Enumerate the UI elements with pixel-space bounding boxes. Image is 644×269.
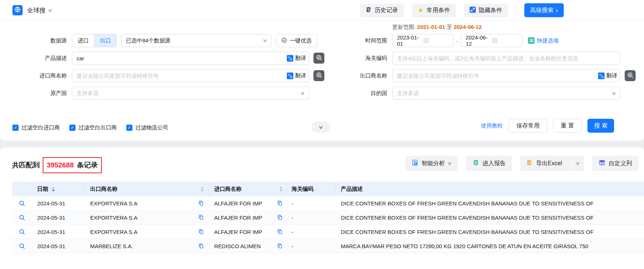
checkbox-checked-icon: ✓	[12, 125, 19, 131]
smart-analysis-button[interactable]: BI 智能分析 ∨	[405, 156, 458, 171]
column-header-label: 日期	[37, 186, 48, 193]
dest-country-select[interactable]: 支持多选 ∨	[392, 87, 620, 100]
search-exchange-icon	[627, 72, 634, 80]
column-header-date[interactable]: 日期	[32, 182, 85, 196]
update-range-end: 2024-06-12	[454, 24, 482, 30]
chevron-down-icon: ∨	[263, 38, 268, 43]
end-date-input[interactable]: 2024-06-12	[461, 34, 522, 47]
data-source-row: 数据源 进口 出口 已选中84个数据源 ∨ 一键优选	[3, 34, 317, 47]
start-date-input[interactable]: 2023-01-01	[392, 34, 454, 47]
tab-import[interactable]: 进口	[72, 34, 94, 47]
data-source-select[interactable]: 已选中84个数据源 ∨	[121, 34, 271, 47]
save-common-button[interactable]: 保存常用	[509, 119, 547, 133]
tab-export[interactable]: 出口	[94, 34, 116, 47]
row-search-button[interactable]	[19, 214, 26, 221]
exporter-input[interactable]	[392, 69, 620, 82]
quick-options-link[interactable]: ⌘ 快捷选项	[528, 37, 559, 44]
copy-icon[interactable]	[198, 229, 204, 235]
cell-date: 2024-05-31	[32, 215, 85, 221]
filter-checkboxes: ✓ 过滤空白进口商 ✓ 过滤空白出口商 ✓ 过滤物流公司	[12, 121, 168, 134]
custom-columns-button[interactable]: 自定义列	[592, 156, 639, 171]
update-range-note: 更新范围: 2021-01-01 至 2024-06-12	[392, 24, 482, 31]
exporter-label: 出口商名称	[323, 72, 387, 79]
product-desc-input[interactable]	[72, 52, 309, 65]
collapse-form-button[interactable]: ∨	[311, 122, 330, 133]
filter-label: 过滤空白出口商	[78, 124, 117, 131]
export-excel-button[interactable]: 导出Excel	[520, 156, 568, 171]
copy-icon[interactable]	[277, 243, 283, 249]
cell-product-desc: MARCA BAYMAR PESO NETO 17280,00 KG 1920 …	[336, 243, 644, 249]
copy-icon[interactable]	[198, 215, 204, 220]
star-icon: ★	[418, 7, 424, 14]
table-row: 2024-05-31 EXPORTVERA S.A ALFAJER FOR IM…	[12, 196, 644, 211]
fuzzy-search-toggle[interactable]	[625, 70, 636, 81]
copy-icon[interactable]	[277, 200, 283, 206]
enter-report-button[interactable]: 进入报告	[466, 156, 512, 171]
filter-blank-exporter-checkbox[interactable]: ✓ 过滤空白出口商	[69, 124, 117, 131]
sort-icons[interactable]	[201, 187, 204, 192]
quick-options-label: 快捷选项	[537, 37, 559, 44]
cell-importer: ALFAJER FOR IMP	[214, 215, 262, 221]
column-header-exporter[interactable]: 出口商名称	[85, 182, 209, 196]
export-excel-icon	[526, 159, 533, 167]
product-desc-row: 产品描述 中A 翻译	[3, 52, 324, 65]
cell-hs-code: -	[286, 215, 336, 221]
translate-button[interactable]: 中A 翻译	[598, 72, 617, 79]
translate-icon: 中A	[287, 55, 293, 61]
hs-code-input[interactable]	[392, 52, 620, 65]
sort-icons[interactable]	[52, 187, 55, 192]
hs-code-row: 海关编码	[323, 52, 620, 65]
product-desc-label: 产品描述	[3, 55, 67, 62]
row-search-button[interactable]	[19, 200, 26, 207]
sort-icons[interactable]	[279, 187, 282, 192]
table-header: 日期 出口商名称 进口商名称 海关编码 产品描述	[12, 182, 644, 196]
column-header-importer[interactable]: 进口商名称	[209, 182, 286, 196]
svg-text:BI: BI	[415, 163, 417, 165]
header-divider	[516, 5, 516, 15]
table-row: 2024-05-31 MARBELIZE S.A. REDISCO ALIMEN…	[12, 239, 644, 253]
copy-icon[interactable]	[277, 229, 283, 235]
export-excel-label: 导出Excel	[536, 160, 562, 167]
tutorial-link[interactable]: 使用教程	[481, 122, 503, 129]
cell-importer: ALFAJER FOR IMP	[214, 229, 262, 235]
column-header-product-desc: 产品描述	[336, 182, 644, 196]
hide-conditions-button[interactable]: 隐藏条件	[464, 4, 508, 17]
svg-text:A: A	[290, 75, 293, 79]
filter-blank-importer-checkbox[interactable]: ✓ 过滤空白进口商	[12, 124, 60, 131]
translate-button[interactable]: 中A 翻译	[287, 55, 306, 62]
origin-country-select[interactable]: 支持多选 ∨	[72, 87, 309, 100]
calendar-icon	[492, 37, 518, 44]
row-search-button[interactable]	[19, 228, 26, 235]
translate-button[interactable]: 中A 翻译	[287, 72, 306, 79]
cell-hs-code: -	[286, 200, 336, 207]
reset-button[interactable]: 重 置	[553, 119, 582, 133]
favorite-conditions-button[interactable]: ★ 常用条件	[412, 4, 456, 17]
search-form: 更新范围: 2021-01-01 至 2024-06-12 数据源 进口 出口 …	[0, 21, 644, 140]
copy-icon[interactable]	[198, 243, 204, 249]
bi-analysis-icon: BI	[412, 159, 418, 167]
copy-icon[interactable]	[198, 200, 204, 206]
row-search-button[interactable]	[19, 243, 26, 250]
svg-text:A: A	[601, 75, 604, 79]
chevron-right-icon: ›	[556, 7, 558, 14]
importer-input[interactable]	[72, 69, 309, 82]
svg-text:A: A	[290, 57, 293, 61]
advanced-search-button[interactable]: 高级搜索 ›	[524, 3, 564, 17]
history-button[interactable]: 历史记录	[360, 4, 404, 17]
cell-hs-code: -	[286, 243, 336, 249]
chevron-down-icon: ∨	[318, 125, 323, 130]
cell-date: 2024-05-31	[32, 200, 85, 207]
app-switcher-chevron-icon[interactable]: ∨	[48, 8, 53, 13]
chevron-down-icon: ∨	[447, 161, 452, 166]
search-button[interactable]: 搜 索	[587, 119, 614, 133]
chevron-down-icon: ∨	[612, 91, 617, 96]
export-options-button[interactable]: ∨	[571, 156, 584, 171]
column-header-label: 进口商名称	[214, 186, 242, 193]
filter-logistics-checkbox[interactable]: ✓ 过滤物流公司	[126, 124, 168, 131]
cell-exporter: EXPORTVERA S.A	[90, 229, 138, 235]
one-click-optimize-button[interactable]: 一键优选	[276, 34, 317, 47]
copy-icon[interactable]	[277, 215, 283, 220]
importer-row: 进口商名称 中A 翻译	[3, 69, 324, 82]
date-range-separator: –	[456, 38, 459, 44]
data-source-label: 数据源	[3, 37, 67, 44]
